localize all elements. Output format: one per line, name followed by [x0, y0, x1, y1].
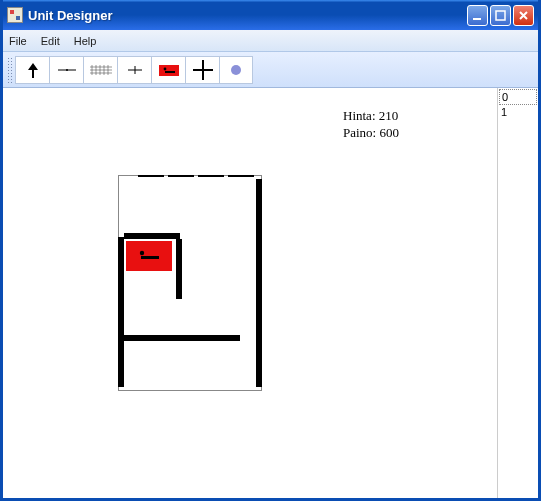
- price-label: Hinta:: [343, 108, 376, 123]
- list-item[interactable]: 1: [499, 105, 537, 119]
- cross-small-icon: [125, 60, 145, 80]
- app-icon: [7, 7, 23, 23]
- window-title: Unit Designer: [28, 8, 467, 23]
- unit-design-canvas[interactable]: [118, 175, 262, 391]
- price-value: 210: [379, 108, 399, 123]
- tool-arrow[interactable]: [15, 56, 49, 84]
- info-panel: Hinta: 210 Paino: 600: [343, 108, 399, 142]
- svg-rect-0: [473, 18, 481, 20]
- tool-red-unit[interactable]: [151, 56, 185, 84]
- svg-point-15: [163, 67, 166, 70]
- wall-inner-top[interactable]: [124, 233, 180, 239]
- menubar: File Edit Help: [3, 30, 538, 52]
- wall-inner-vert[interactable]: [176, 239, 182, 299]
- wall-mid[interactable]: [124, 335, 240, 341]
- wall-right[interactable]: [256, 179, 262, 387]
- svg-point-19: [231, 65, 241, 75]
- tool-plus-large[interactable]: [185, 56, 219, 84]
- side-list[interactable]: 0 1: [497, 88, 538, 498]
- dot-icon: [226, 60, 246, 80]
- wall-top-1: [138, 175, 164, 177]
- unit-glyph-icon: [134, 247, 164, 265]
- list-item[interactable]: 0: [499, 89, 537, 105]
- toolbar-grip-icon[interactable]: [7, 57, 13, 83]
- maximize-button[interactable]: [490, 5, 511, 26]
- tool-horiz-seg[interactable]: [49, 56, 83, 84]
- menu-edit[interactable]: Edit: [41, 35, 60, 47]
- svg-point-3: [66, 69, 68, 71]
- wall-top-2: [168, 175, 194, 177]
- menu-help[interactable]: Help: [74, 35, 97, 47]
- weight-row: Paino: 600: [343, 125, 399, 142]
- svg-rect-14: [159, 65, 179, 76]
- wall-top-4: [228, 175, 254, 177]
- weight-value: 600: [379, 125, 399, 140]
- svg-point-20: [140, 251, 144, 255]
- svg-rect-21: [141, 256, 159, 259]
- price-row: Hinta: 210: [343, 108, 399, 125]
- wall-top-3: [198, 175, 224, 177]
- unit-block[interactable]: [126, 241, 172, 271]
- close-button[interactable]: [513, 5, 534, 26]
- toolbar: [3, 52, 538, 88]
- arrow-up-icon: [23, 60, 43, 80]
- svg-rect-1: [496, 11, 505, 20]
- window-controls: [467, 5, 534, 26]
- horiz-seg-icon: [55, 60, 79, 80]
- canvas-area[interactable]: Hinta: 210 Paino: 600: [3, 88, 497, 498]
- tool-grid[interactable]: [83, 56, 117, 84]
- content-area: Hinta: 210 Paino: 600: [3, 88, 538, 498]
- frame-bottom: [118, 390, 262, 391]
- menu-file[interactable]: File: [9, 35, 27, 47]
- svg-rect-16: [165, 71, 175, 73]
- wall-left[interactable]: [118, 237, 124, 387]
- weight-label: Paino:: [343, 125, 376, 140]
- tool-cross-small[interactable]: [117, 56, 151, 84]
- tool-dot[interactable]: [219, 56, 253, 84]
- minimize-button[interactable]: [467, 5, 488, 26]
- plus-large-icon: [191, 58, 215, 82]
- grid-pattern-icon: [88, 60, 114, 80]
- titlebar[interactable]: Unit Designer: [3, 0, 538, 30]
- red-unit-icon: [156, 60, 182, 80]
- app-window: Unit Designer File Edit Help: [0, 0, 541, 501]
